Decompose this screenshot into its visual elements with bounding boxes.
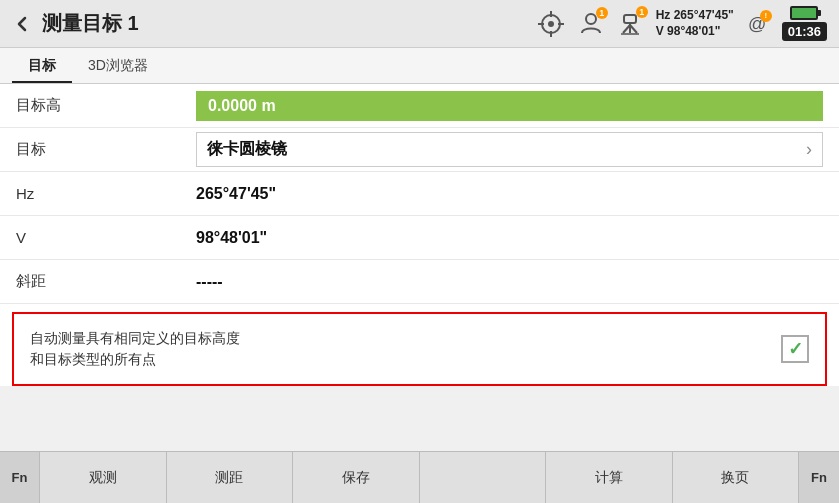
slope-dist-row: 斜距 ----- <box>0 260 839 304</box>
header: 测量目标 1 1 <box>0 0 839 48</box>
time-display: 01:36 <box>782 22 827 41</box>
crosshair-icon <box>536 9 566 39</box>
target-row: 目标 徕卡圆棱镜 › <box>0 128 839 172</box>
chevron-right-icon: › <box>806 139 812 160</box>
page-title: 测量目标 1 <box>42 10 536 37</box>
tab-3d-browser[interactable]: 3D浏览器 <box>72 51 164 83</box>
svg-point-5 <box>548 21 554 27</box>
battery-time-group: 01:36 <box>782 6 827 41</box>
target-height-label: 目标高 <box>16 96 196 115</box>
auto-measure-label: 自动测量具有相同定义的目标高度 和目标类型的所有点 <box>30 328 769 370</box>
battery-icon <box>790 6 818 20</box>
calculate-button[interactable]: 计算 <box>546 452 673 503</box>
auto-measure-checkbox-row[interactable]: 自动测量具有相同定义的目标高度 和目标类型的所有点 ✓ <box>12 312 827 386</box>
save-button[interactable]: 保存 <box>293 452 420 503</box>
toolbar: Fn 观测 测距 保存 计算 换页 Fn <box>0 451 839 503</box>
fn-left-button[interactable]: Fn <box>0 452 40 503</box>
header-icons: 1 1 Hz 265°47'45" V 98°48'01" @ ! <box>536 6 827 41</box>
svg-line-9 <box>623 25 630 33</box>
observe-button[interactable]: 观测 <box>40 452 167 503</box>
hz-value: 265°47'45" <box>196 185 823 203</box>
hz-row: Hz 265°47'45" <box>0 172 839 216</box>
main-content: 目标高 0.0000 m 目标 徕卡圆棱镜 › Hz 265°47'45" V … <box>0 84 839 386</box>
tab-target[interactable]: 目标 <box>12 51 72 83</box>
empty-slot <box>420 452 547 503</box>
target-height-row: 目标高 0.0000 m <box>0 84 839 128</box>
tabs: 目标 3D浏览器 <box>0 48 839 84</box>
checkmark-icon: ✓ <box>788 338 803 360</box>
at-warning-icon: @ ! <box>746 12 770 36</box>
measure-dist-button[interactable]: 测距 <box>167 452 294 503</box>
slope-dist-value: ----- <box>196 273 823 291</box>
v-label: V <box>16 229 196 246</box>
hz-value: Hz 265°47'45" <box>656 8 734 24</box>
hz-v-display: Hz 265°47'45" V 98°48'01" <box>656 8 734 39</box>
target-label: 目标 <box>16 140 196 159</box>
hz-label: Hz <box>16 185 196 202</box>
svg-point-6 <box>586 14 596 24</box>
auto-measure-checkbox[interactable]: ✓ <box>781 335 809 363</box>
fn-right-button[interactable]: Fn <box>799 452 839 503</box>
target-height-value[interactable]: 0.0000 m <box>196 91 823 121</box>
next-page-button[interactable]: 换页 <box>673 452 800 503</box>
slope-dist-label: 斜距 <box>16 272 196 291</box>
v-value: 98°48'01" <box>196 229 823 247</box>
v-value: V 98°48'01" <box>656 24 734 40</box>
svg-line-10 <box>630 25 637 33</box>
back-button[interactable] <box>12 14 32 34</box>
instrument-badge-icon: 1 <box>616 10 644 38</box>
v-row: V 98°48'01" <box>0 216 839 260</box>
person-badge-icon: 1 <box>578 11 604 37</box>
target-value: 徕卡圆棱镜 <box>207 139 798 160</box>
svg-rect-7 <box>624 15 636 23</box>
target-selector[interactable]: 徕卡圆棱镜 › <box>196 132 823 167</box>
